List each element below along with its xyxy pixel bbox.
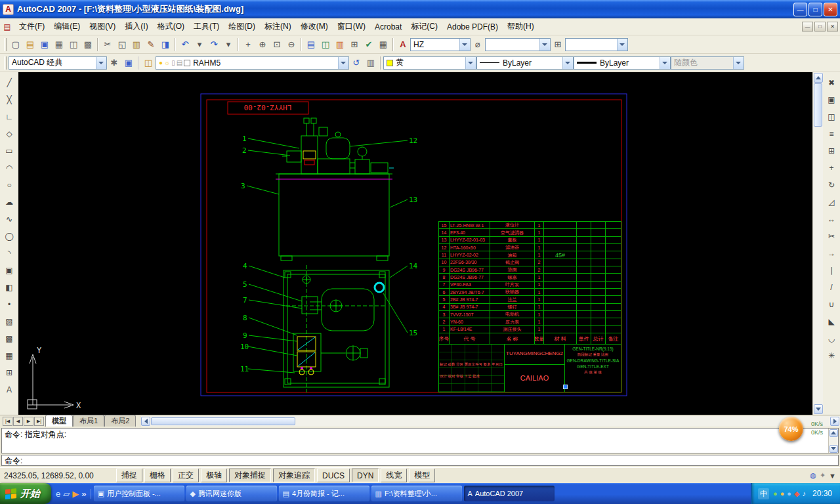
scroll-left-button[interactable]: [141, 417, 150, 426]
mdi-restore-button[interactable]: □: [814, 22, 826, 32]
offset-icon[interactable]: ≡: [824, 126, 839, 142]
法兰[interactable]: 5 2B# JB 974-7 法兰 1: [439, 296, 621, 303]
quicklaunch-overflow-chevron[interactable]: »: [81, 489, 86, 499]
workspace-settings-icon[interactable]: ✱: [107, 56, 121, 70]
status-toggle[interactable]: DUCS: [317, 469, 350, 482]
status-toggle[interactable]: 捕捉: [116, 469, 142, 482]
arc-icon[interactable]: ◠: [1, 160, 17, 176]
linetype-combo[interactable]: ByLayer: [476, 56, 574, 70]
insert-block-icon[interactable]: ▣: [1, 262, 17, 278]
layout-tab[interactable]: 布局1: [73, 415, 104, 427]
menu-item[interactable]: 视图(V): [85, 18, 120, 35]
extend-icon[interactable]: →: [824, 245, 839, 261]
fillet-icon[interactable]: ◡: [824, 331, 839, 346]
盖板[interactable]: 13 LHYYZ-02-01-03 盖板 1: [439, 237, 621, 244]
ellipse-icon[interactable]: ◯: [1, 228, 17, 244]
ellipse-arc-icon[interactable]: ◝: [1, 245, 17, 261]
color-combo[interactable]: 黄: [383, 56, 476, 70]
scroll-right-button[interactable]: [830, 417, 839, 426]
command-scrollbar[interactable]: [828, 429, 838, 453]
rotate-icon[interactable]: ↻: [824, 177, 839, 193]
language-indicator[interactable]: 中: [758, 488, 769, 499]
联轴器[interactable]: 6 2BYZ94 JB/T6-7 联轴器 1: [439, 289, 621, 296]
layer-combo[interactable]: ● ☼ ▯ ▤ RAHM5: [156, 56, 349, 70]
layout-tab[interactable]: 模型: [45, 415, 73, 427]
menu-item[interactable]: 绘图(D): [224, 18, 260, 35]
plot-preview-icon[interactable]: ◫: [66, 37, 81, 52]
horizontal-scroll-thumb[interactable]: [151, 417, 295, 425]
task-qq-mini[interactable]: ◆ 腾讯网迷你版: [186, 486, 277, 501]
vertical-scroll-thumb[interactable]: [814, 83, 822, 127]
menu-item[interactable]: 编辑(E): [49, 18, 85, 35]
截止阀[interactable]: 10 22FS6-30/30 截止阀 2: [439, 259, 621, 266]
text-style-combo[interactable]: HZ: [410, 38, 471, 51]
toolbar-grip[interactable]: [4, 38, 7, 51]
pan-icon[interactable]: +: [241, 37, 255, 52]
gradient-icon[interactable]: ▩: [1, 331, 17, 346]
coordinates-display[interactable]: 24325.05, 12689.52, 0.00: [4, 471, 114, 480]
task-user-control-panel[interactable]: ▣ 用户控制面板 -...: [94, 486, 184, 501]
menu-item[interactable]: Adobe PDF(B): [442, 18, 503, 35]
chamfer-icon[interactable]: ◣: [824, 314, 839, 329]
status-toggle[interactable]: 正交: [173, 469, 199, 482]
tray-messenger-icon[interactable]: ◆: [794, 490, 799, 498]
status-toggle[interactable]: 极轴: [201, 469, 227, 482]
mdi-close-button[interactable]: ✕: [827, 22, 838, 32]
point-icon[interactable]: •: [1, 297, 17, 312]
multiline-text-icon[interactable]: A: [1, 382, 17, 398]
workspace-combo[interactable]: AutoCAD 经典: [9, 56, 107, 70]
model-space-canvas[interactable]: LHYYZ-02-00: [18, 72, 812, 415]
status-toggle[interactable]: DYN: [352, 469, 379, 482]
mdi-minimize-button[interactable]: —: [802, 22, 813, 32]
menu-item[interactable]: 文件(F): [14, 18, 49, 35]
task-notepad[interactable]: ▤ 4月份简报 - 记...: [279, 486, 369, 501]
status-toggle[interactable]: 线宽: [381, 469, 407, 482]
menu-item[interactable]: 帮助(H): [503, 18, 539, 35]
spline-icon[interactable]: ∿: [1, 211, 17, 227]
hatch-icon[interactable]: ▨: [1, 314, 17, 329]
properties-icon[interactable]: ▤: [304, 37, 318, 52]
close-button[interactable]: ✕: [824, 3, 837, 16]
undo-dropdown-icon[interactable]: ▾: [192, 37, 207, 52]
open-icon[interactable]: ▤: [23, 37, 37, 52]
break-icon[interactable]: /: [824, 280, 839, 295]
join-icon[interactable]: ∪: [824, 297, 839, 312]
zoom-previous-icon[interactable]: ⊖: [284, 37, 299, 52]
layer-previous-icon[interactable]: ↺: [349, 56, 364, 70]
redo-icon[interactable]: ↷: [207, 37, 221, 52]
tab-nav-button[interactable]: |◀: [3, 417, 12, 426]
menu-item[interactable]: 格式(O): [153, 18, 189, 35]
task-explorer[interactable]: ▥ F:\资料整理\小...: [371, 486, 462, 501]
tray-antivirus-icon[interactable]: ●: [773, 490, 778, 497]
revision-cloud-icon[interactable]: ☁: [1, 194, 17, 210]
tray-update-icon[interactable]: ●: [780, 490, 785, 497]
publish-icon[interactable]: ▩: [81, 37, 95, 52]
测压接头[interactable]: 1 KF-L8/14E 测压接头 1: [439, 326, 621, 333]
menu-item[interactable]: 修改(M): [296, 18, 333, 35]
tab-nav-button[interactable]: ◀: [13, 417, 23, 426]
array-icon[interactable]: ⊞: [824, 143, 839, 159]
tab-nav-button[interactable]: ▶|: [34, 417, 44, 426]
tray-volume-icon[interactable]: ♪: [802, 490, 806, 497]
markup-icon[interactable]: ✔: [362, 37, 376, 52]
maximize-button[interactable]: □: [808, 3, 822, 16]
block-editor-icon[interactable]: ◨: [158, 37, 173, 52]
滤油器[interactable]: 12 HTA-160x50 滤油器 1: [439, 244, 621, 251]
redo-dropdown-icon[interactable]: ▾: [221, 37, 236, 52]
command-history[interactable]: 命令: 指定对角点:: [1, 428, 839, 453]
show-desktop-icon[interactable]: ▱: [63, 489, 70, 499]
selection-grip[interactable]: [563, 385, 568, 389]
title-block[interactable]: 标记 处数 分区 更改文件号 签名 年月日 设计 校对 审核 工艺 批准 TUY…: [438, 345, 621, 392]
scroll-down-button[interactable]: [814, 404, 823, 414]
construction-line-icon[interactable]: ╳: [1, 92, 17, 108]
layer-states-icon[interactable]: ▥: [364, 56, 378, 70]
make-block-icon[interactable]: ◧: [1, 280, 17, 295]
erase-icon[interactable]: ✖: [824, 75, 839, 91]
table-icon[interactable]: ⊞: [1, 365, 17, 381]
match-properties-icon[interactable]: ✎: [144, 37, 158, 52]
trim-icon[interactable]: ✂: [824, 228, 839, 244]
dim-style-icon[interactable]: ⌀: [471, 37, 485, 52]
油箱[interactable]: 11 LHYYZ-02-02 油箱 1 45#: [439, 251, 621, 259]
circle-icon[interactable]: ○: [1, 177, 17, 193]
qnew-icon[interactable]: ▢: [9, 37, 23, 52]
